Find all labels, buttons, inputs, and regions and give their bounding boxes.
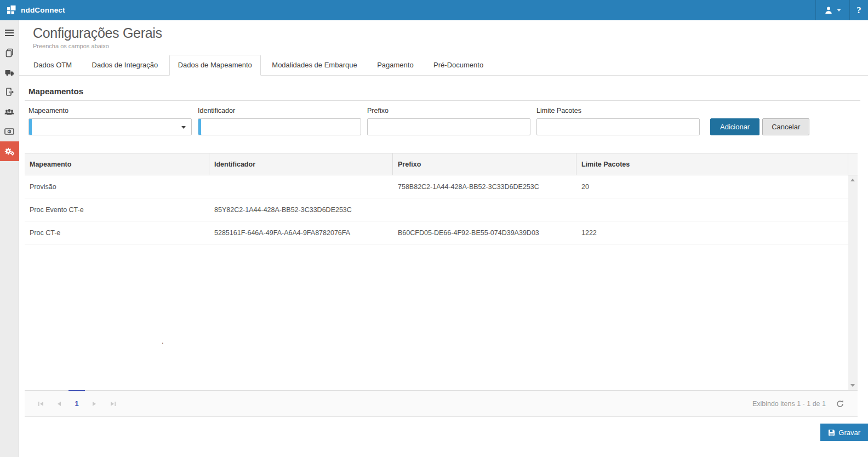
cell-mapeamento: Provisão	[25, 183, 209, 191]
cell-identificador: 85Y82C2-1A44-428A-BB52-3C33D6DE253C	[209, 206, 393, 214]
export-icon	[5, 88, 14, 96]
header-scroll-gutter	[848, 153, 858, 175]
gravar-label: Gravar	[838, 429, 860, 437]
column-header-mapeamento[interactable]: Mapeamento	[25, 153, 209, 175]
sidebar-item-documents[interactable]	[0, 43, 19, 62]
gravar-button[interactable]: Gravar	[820, 424, 868, 441]
cell-limite-pacotes: 20	[576, 183, 848, 191]
mappings-grid: Mapeamento Identificador Prefixo Limite …	[25, 153, 858, 417]
tab-modalidades-embarque[interactable]: Modalidades de Embarque	[263, 55, 366, 76]
limite-pacotes-input[interactable]	[536, 118, 700, 135]
sidebar-item-export[interactable]	[0, 82, 19, 102]
section-heading: Mapeamentos	[25, 87, 860, 101]
sidebar: 1	[0, 20, 19, 457]
stray-dot: .	[162, 337, 164, 345]
user-menu[interactable]	[815, 0, 849, 20]
mapping-form: Mapeamento Identificador Prefixo Limite …	[28, 107, 868, 135]
table-row[interactable]: Proc Evento CT-e 85Y82C2-1A44-428A-BB52-…	[25, 198, 848, 221]
footer-bar: Gravar	[19, 417, 868, 457]
sidebar-item-menu[interactable]	[0, 23, 19, 43]
user-icon	[824, 6, 833, 15]
tab-dados-otm[interactable]: Dados OTM	[25, 55, 81, 76]
column-header-identificador[interactable]: Identificador	[209, 153, 393, 175]
refresh-button[interactable]	[836, 399, 844, 408]
chevron-down-icon	[837, 9, 841, 12]
tab-pagamento[interactable]: Pagamento	[368, 55, 422, 76]
page-subtitle: Preencha os campos abaixo	[33, 43, 868, 50]
svg-text:1: 1	[8, 130, 10, 133]
scroll-down-icon[interactable]	[850, 384, 855, 387]
cell-mapeamento: Proc CT-e	[25, 229, 209, 237]
tab-dados-mapeamento[interactable]: Dados de Mapeamento	[169, 55, 261, 76]
users-icon	[4, 108, 14, 116]
prefixo-input[interactable]	[367, 118, 530, 135]
brand: nddConnect	[7, 5, 65, 15]
grid-pager: 1 Exibindo itens 1 - 1 de 1	[25, 390, 858, 417]
prefixo-label: Prefixo	[367, 107, 530, 115]
scroll-up-icon[interactable]	[850, 179, 855, 181]
page-title: Configurações Gerais	[33, 25, 868, 41]
gears-icon	[4, 147, 15, 156]
identificador-input[interactable]	[198, 118, 361, 135]
money-icon: 1	[4, 128, 14, 135]
cell-identificador: 5285161F-646A-49FA-A6A4-9FA8782076FA	[209, 229, 393, 237]
vertical-scrollbar[interactable]	[848, 175, 858, 390]
floppy-icon	[828, 429, 835, 436]
last-page-button[interactable]	[104, 391, 122, 416]
tab-dados-integracao[interactable]: Dados de Integração	[83, 55, 167, 76]
tabstrip: Dados OTM Dados de Integração Dados de M…	[19, 55, 868, 76]
ndd-logo-icon	[7, 5, 17, 15]
truck-icon	[5, 68, 14, 77]
adicionar-button[interactable]: Adicionar	[710, 118, 760, 135]
hamburger-icon	[5, 28, 14, 38]
grid-body: Provisão 758B82C2-1A44-428A-BB52-3C33D6D…	[25, 175, 858, 390]
topbar: nddConnect ?	[0, 0, 868, 20]
column-header-prefixo[interactable]: Prefixo	[393, 153, 576, 175]
copy-icon	[5, 48, 14, 58]
identificador-label: Identificador	[198, 107, 361, 115]
refresh-icon	[836, 399, 844, 408]
select-arrow-icon	[181, 126, 186, 129]
last-page-icon	[110, 401, 116, 407]
cell-mapeamento: Proc Evento CT-e	[25, 206, 209, 214]
sidebar-item-settings[interactable]	[0, 141, 19, 161]
limite-pacotes-label: Limite Pacotes	[536, 107, 700, 115]
grid-header: Mapeamento Identificador Prefixo Limite …	[25, 153, 858, 175]
pager-status: Exibindo itens 1 - 1 de 1	[752, 400, 826, 408]
table-row[interactable]: Provisão 758B82C2-1A44-428A-BB52-3C33D6D…	[25, 175, 848, 198]
mapeamento-select[interactable]	[28, 118, 192, 135]
help-icon: ?	[856, 5, 861, 16]
previous-page-icon	[57, 401, 61, 407]
previous-page-button[interactable]	[50, 391, 68, 416]
column-header-limite-pacotes[interactable]: Limite Pacotes	[576, 153, 848, 175]
help-button[interactable]: ?	[849, 0, 868, 20]
first-page-button[interactable]	[31, 391, 50, 416]
main-content: Configurações Gerais Preencha os campos …	[19, 20, 868, 457]
next-page-icon	[92, 401, 96, 407]
page-number-1[interactable]: 1	[68, 391, 85, 416]
mapeamento-label: Mapeamento	[28, 107, 192, 115]
first-page-icon	[38, 401, 44, 407]
brand-name: nddConnect	[21, 6, 65, 14]
tab-pre-documento[interactable]: Pré-Documento	[425, 55, 492, 76]
sidebar-item-transport[interactable]	[0, 62, 19, 82]
cell-prefixo: B60CFD05-DE66-4F92-BE55-074D39A39D03	[393, 229, 576, 237]
next-page-button[interactable]	[85, 391, 104, 416]
sidebar-item-users[interactable]	[0, 102, 19, 122]
table-row[interactable]: Proc CT-e 5285161F-646A-49FA-A6A4-9FA878…	[25, 221, 848, 244]
cancelar-button[interactable]: Cancelar	[762, 118, 809, 135]
cell-limite-pacotes: 1222	[576, 229, 848, 237]
cell-prefixo: 758B82C2-1A44-428A-BB52-3C33D6DE253C	[393, 183, 576, 191]
sidebar-item-billing[interactable]: 1	[0, 122, 19, 141]
